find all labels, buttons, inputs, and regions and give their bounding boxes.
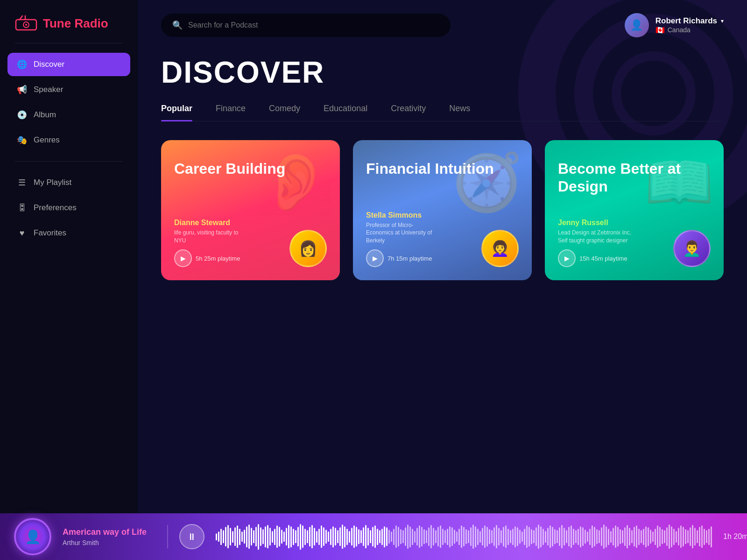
wave-bar xyxy=(377,529,378,545)
pause-button[interactable]: ⏸ xyxy=(179,524,204,549)
card-career-building[interactable]: 👂 Career Building Dianne Steward life gu… xyxy=(161,140,340,280)
wave-bar xyxy=(416,528,418,546)
wave-bar xyxy=(325,530,327,544)
wave-bar xyxy=(393,529,395,545)
wave-bar xyxy=(363,527,364,546)
tab-comedy[interactable]: Comedy xyxy=(269,104,300,121)
card-author-desc-career: life guru, visiting faculty to NYU xyxy=(174,229,249,245)
card-play-row-financial: ▶ 7h 15m playtime xyxy=(366,249,481,267)
svg-point-2 xyxy=(25,24,27,26)
wave-bar xyxy=(704,529,705,545)
card-design[interactable]: 📖 Become Better at Design Jenny Russell … xyxy=(545,140,724,280)
waveform[interactable] xyxy=(216,525,712,548)
tab-popular[interactable]: Popular xyxy=(161,104,192,121)
wave-bar xyxy=(318,529,320,545)
sidebar-item-favorites[interactable]: ♥ Favorites xyxy=(7,221,130,245)
wave-bar xyxy=(641,530,642,543)
wave-bar xyxy=(608,529,609,545)
wave-bar xyxy=(321,525,322,548)
wave-bar xyxy=(286,528,287,546)
wave-bar xyxy=(636,525,637,548)
sidebar-label-album: Album xyxy=(34,110,56,120)
wave-bar xyxy=(678,528,679,546)
tab-finance[interactable]: Finance xyxy=(216,104,246,121)
player-bar: 👤 American way of Life Arthur Smith ⏸ 1h… xyxy=(0,513,747,560)
wave-bar xyxy=(624,527,626,546)
wave-bar xyxy=(244,530,245,544)
wave-bar xyxy=(451,527,453,546)
wave-bar xyxy=(304,529,306,545)
wave-bar xyxy=(603,525,605,549)
wave-bar xyxy=(216,533,217,540)
wave-bar xyxy=(643,529,644,545)
tab-news[interactable]: News xyxy=(449,104,470,121)
wave-bar xyxy=(314,528,315,546)
wave-bar xyxy=(697,530,698,543)
wave-bar xyxy=(568,527,570,546)
search-input[interactable] xyxy=(188,21,439,29)
category-tabs: Popular Finance Comedy Educational Creat… xyxy=(161,104,724,121)
wave-bar xyxy=(290,526,292,547)
user-name: Robert Richards xyxy=(655,16,717,26)
play-button-financial[interactable]: ▶ xyxy=(366,249,384,267)
wave-bar xyxy=(491,530,493,543)
wave-bar xyxy=(379,530,381,543)
card-footer-career: Dianne Steward life guru, visiting facul… xyxy=(174,219,327,267)
play-button-design[interactable]: ▶ xyxy=(558,249,576,267)
app-name: Tune Radio xyxy=(43,16,108,31)
play-button-career[interactable]: ▶ xyxy=(174,249,192,267)
player-track-info: American way of Life Arthur Smith xyxy=(63,527,156,546)
wave-bar xyxy=(251,528,252,546)
wave-bar xyxy=(559,527,560,546)
card-avatar-career: 👩 xyxy=(289,230,327,267)
wave-bar xyxy=(514,526,516,547)
wave-bar xyxy=(381,529,383,545)
wave-bar xyxy=(332,526,334,547)
logo-icon xyxy=(15,15,37,32)
wave-bar xyxy=(253,530,254,543)
wave-bar xyxy=(444,530,446,543)
wave-bar xyxy=(272,531,273,543)
wave-bar xyxy=(540,526,542,547)
wave-bar xyxy=(258,524,259,550)
wave-bar xyxy=(638,529,640,545)
wave-bar xyxy=(260,527,261,546)
wave-bar xyxy=(545,531,546,543)
tab-creativity[interactable]: Creativity xyxy=(391,104,426,121)
wave-bar xyxy=(421,527,423,546)
wave-bar xyxy=(692,525,693,548)
header: 🔍 👤 Robert Richards ▾ 🇨🇦 Canada xyxy=(138,0,747,50)
search-bar[interactable]: 🔍 xyxy=(161,14,451,37)
wave-bar xyxy=(435,530,437,543)
wave-bar xyxy=(711,526,712,547)
wave-bar xyxy=(351,528,352,546)
wave-bar xyxy=(472,525,474,549)
speaker-icon: 📢 xyxy=(17,85,27,95)
wave-bar xyxy=(220,529,222,545)
sidebar-item-preferences[interactable]: 🎛 Preferences xyxy=(7,196,130,220)
wave-bar xyxy=(631,530,633,543)
card-financial-intuition[interactable]: 🧭 Financial Intuition Stella Simmons Pro… xyxy=(353,140,532,280)
wave-bar xyxy=(346,529,348,545)
wave-bar xyxy=(669,525,670,549)
primary-nav: 🌐 Discover 📢 Speaker 💿 Album 🎭 Genres xyxy=(0,53,138,152)
card-author-financial: Stella Simmons Professor of Micro-Econom… xyxy=(366,211,481,267)
card-author-name-career: Dianne Steward xyxy=(174,219,289,227)
sidebar-item-genres[interactable]: 🎭 Genres xyxy=(7,128,130,152)
wave-bar xyxy=(311,525,313,548)
wave-bar xyxy=(302,525,303,548)
user-profile[interactable]: 👤 Robert Richards ▾ 🇨🇦 Canada xyxy=(625,13,724,37)
sidebar-item-discover[interactable]: 🌐 Discover xyxy=(7,53,130,76)
wave-bar xyxy=(498,528,500,546)
wave-bar xyxy=(659,527,661,546)
wave-bar xyxy=(512,529,514,545)
tab-educational[interactable]: Educational xyxy=(324,104,367,121)
wave-bar xyxy=(594,527,595,546)
sidebar-item-playlist[interactable]: ☰ My Playlist xyxy=(7,171,130,194)
wave-bar xyxy=(279,527,280,546)
wave-bar xyxy=(437,527,439,546)
sidebar-item-album[interactable]: 💿 Album xyxy=(7,103,130,127)
sidebar-label-speaker: Speaker xyxy=(34,85,63,94)
sidebar-item-speaker[interactable]: 📢 Speaker xyxy=(7,78,130,101)
wave-bar xyxy=(701,525,703,548)
